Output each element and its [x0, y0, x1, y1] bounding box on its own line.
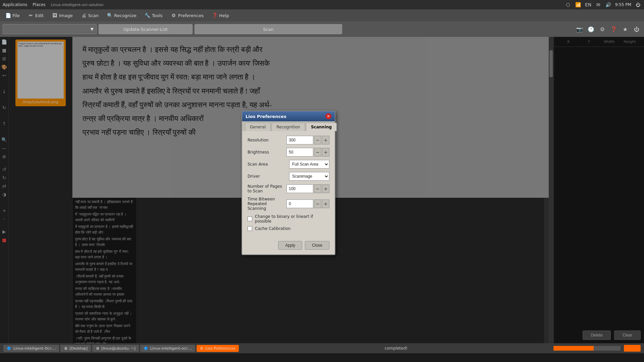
- toolbar-clock-icon[interactable]: 🕐: [586, 24, 596, 34]
- scan-menu-icon: 🖨: [81, 12, 87, 18]
- checkbox-binary-label: Change to binary or lineart if possible: [255, 214, 329, 224]
- driver-select[interactable]: Scanimage: [289, 172, 329, 181]
- resolution-input[interactable]: [286, 136, 313, 144]
- taskbar: 🔷 Linux-intelligent-Ocr-... 🖥 [Desktop] …: [3, 345, 239, 352]
- apply-button[interactable]: Apply: [278, 241, 302, 250]
- status-bar: 🔷 Linux-intelligent-Ocr-... 🖥 [Desktop] …: [0, 343, 644, 353]
- menu-tools[interactable]: 🔧 Tools: [141, 11, 166, 20]
- menu-preferences[interactable]: ⚙ Preferences: [167, 11, 207, 20]
- toolbar-power-icon[interactable]: ⏻: [632, 24, 641, 34]
- time-between-input-group: − +: [286, 199, 329, 208]
- taskbar-desktop-icon: 🖥: [64, 346, 67, 351]
- menu-scan[interactable]: 🖨 Scan: [77, 11, 102, 20]
- toolbar-screenshot-icon[interactable]: 📷: [575, 24, 584, 34]
- modal-body: Resolution − + Brightness − +: [242, 131, 335, 238]
- volume-icon: 🔊: [605, 1, 612, 8]
- scan-area-label: Scan Area: [248, 162, 289, 167]
- places-menu[interactable]: Places: [33, 2, 45, 7]
- brightness-decrement[interactable]: −: [314, 148, 321, 157]
- resolution-decrement[interactable]: −: [314, 136, 321, 144]
- resolution-label: Resolution: [248, 138, 286, 142]
- checkbox-cache[interactable]: [248, 226, 252, 231]
- brightness-increment[interactable]: +: [322, 148, 329, 157]
- menu-edit[interactable]: ✏️ Edit: [24, 11, 47, 20]
- modal-tabs: General Recognition Scanning: [242, 121, 335, 131]
- checkbox-binary-row: Change to binary or lineart if possible: [248, 214, 329, 224]
- brightness-input-group: − +: [286, 148, 329, 157]
- update-scanner-list-btn[interactable]: Update-Scanner-List: [99, 24, 193, 34]
- driver-row: Driver Scanimage: [248, 172, 329, 181]
- preferences-icon: ⚙: [171, 12, 177, 18]
- resolution-increment[interactable]: +: [322, 136, 329, 144]
- system-time: 9:55 PM: [615, 2, 631, 7]
- taskbar-terminal-icon: 🖥: [96, 346, 99, 351]
- modal-title: Lios Preferences: [246, 114, 286, 119]
- time-between-input[interactable]: [286, 199, 313, 208]
- system-bar-left: Applications Places Linux-intelligent-oc…: [3, 2, 104, 7]
- resolution-input-group: − +: [286, 136, 329, 144]
- menu-image[interactable]: 🖼 Image: [48, 11, 76, 20]
- driver-select-group: Scanimage: [289, 172, 329, 181]
- system-bar: Applications Places Linux-intelligent-oc…: [0, 0, 644, 9]
- scan-area-select[interactable]: Full Scan Area: [289, 160, 329, 169]
- toolbar-settings-icon[interactable]: ⚙: [598, 24, 607, 34]
- main-layout: 📄 ■ ⊞ 🎨 ↩ ↓ ↻ ↑ 🔍 — ⊕ ↺ ↻ ⇄ ◑ + - ▶ ■ मे…: [0, 37, 644, 343]
- num-pages-input[interactable]: [286, 184, 313, 193]
- scan-area-select-group: Full Scan Area: [289, 160, 329, 169]
- num-pages-input-group: − +: [286, 184, 329, 193]
- taskbar-right-indicator: [624, 345, 641, 352]
- driver-label: Driver: [248, 174, 289, 179]
- bluetooth-icon: ⬡: [565, 1, 572, 8]
- help-icon: ❓: [212, 12, 218, 18]
- close-button[interactable]: Close: [305, 241, 329, 250]
- applications-menu[interactable]: Applications: [3, 2, 27, 7]
- tab-scanning[interactable]: Scanning: [306, 123, 337, 131]
- time-between-label: Time Bitween Repeated Scanning: [248, 197, 286, 211]
- window-title: Linux-intelligent-ocr-solution: [51, 3, 103, 7]
- tab-recognition[interactable]: Recognition: [271, 123, 305, 131]
- taskbar-lios-prefs[interactable]: ⚙ Lios Preferences: [197, 345, 239, 352]
- modal-title-bar: Lios Preferences ✕: [242, 111, 335, 121]
- num-pages-decrement[interactable]: −: [314, 184, 321, 193]
- power-icon[interactable]: ⏻: [635, 1, 641, 8]
- toolbar-star-icon[interactable]: ★: [621, 24, 630, 34]
- time-between-increment[interactable]: +: [322, 199, 329, 208]
- dropdown-arrow-icon: ▼: [91, 27, 94, 32]
- scanner-dropdown[interactable]: ▼: [3, 24, 97, 34]
- taskbar-lios2[interactable]: 🔷 Linux-intelligent-ocr-...: [140, 345, 195, 352]
- modal-overlay: Lios Preferences ✕ General Recognition S…: [0, 37, 644, 343]
- taskbar-desktop[interactable]: 🖥 [Desktop]: [60, 345, 91, 352]
- toolbar-help-icon[interactable]: ❓: [609, 24, 619, 34]
- menu-recognize[interactable]: 🔍 Recognize: [103, 11, 140, 20]
- system-bar-right: ⬡ 📶 EN ✉ 🔊 9:55 PM ⏻: [565, 1, 641, 8]
- scan-btn[interactable]: Scan: [195, 24, 342, 34]
- resolution-row: Resolution − +: [248, 136, 329, 144]
- tab-general[interactable]: General: [245, 123, 271, 131]
- toolbar: ▼ Update-Scanner-List Scan 📷 🕐 ⚙ ❓ ★ ⏻: [0, 21, 644, 37]
- keyboard-layout-icon[interactable]: EN: [585, 1, 592, 8]
- brightness-input[interactable]: [286, 148, 313, 157]
- time-between-decrement[interactable]: −: [314, 199, 321, 208]
- taskbar-terminal[interactable]: 🖥 [linux@ubuntu: ~]: [92, 345, 139, 352]
- checkbox-cache-row: Cache Calibration: [248, 226, 329, 231]
- num-pages-increment[interactable]: +: [322, 184, 329, 193]
- file-icon: 📄: [5, 12, 11, 18]
- checkbox-binary[interactable]: [248, 217, 252, 221]
- taskbar-lios1-icon: 🔷: [7, 346, 11, 351]
- taskbar-lios2-icon: 🔷: [144, 346, 148, 351]
- modal-close-button[interactable]: ✕: [325, 113, 331, 119]
- num-pages-row: Number of Pages to Scan − +: [248, 184, 329, 193]
- brightness-row: Brightness − +: [248, 148, 329, 157]
- wifi-icon: 📶: [575, 1, 582, 8]
- menu-file[interactable]: 📄 File: [2, 11, 23, 20]
- taskbar-lios1[interactable]: 🔷 Linux-intelligent-Ocr-...: [3, 345, 59, 352]
- progress-fill: [553, 346, 594, 351]
- tools-icon: 🔧: [145, 12, 151, 18]
- menu-bar: 📄 File ✏️ Edit 🖼 Image 🖨 Scan 🔍 Recogniz…: [0, 9, 644, 21]
- image-icon: 🖼: [52, 12, 58, 18]
- checkbox-cache-label: Cache Calibration: [255, 226, 290, 231]
- progress-bar: [553, 346, 621, 351]
- menu-help[interactable]: ❓ Help: [208, 11, 232, 20]
- taskbar-prefs-icon: ⚙: [200, 346, 203, 351]
- modal-footer: Apply Close: [242, 238, 335, 254]
